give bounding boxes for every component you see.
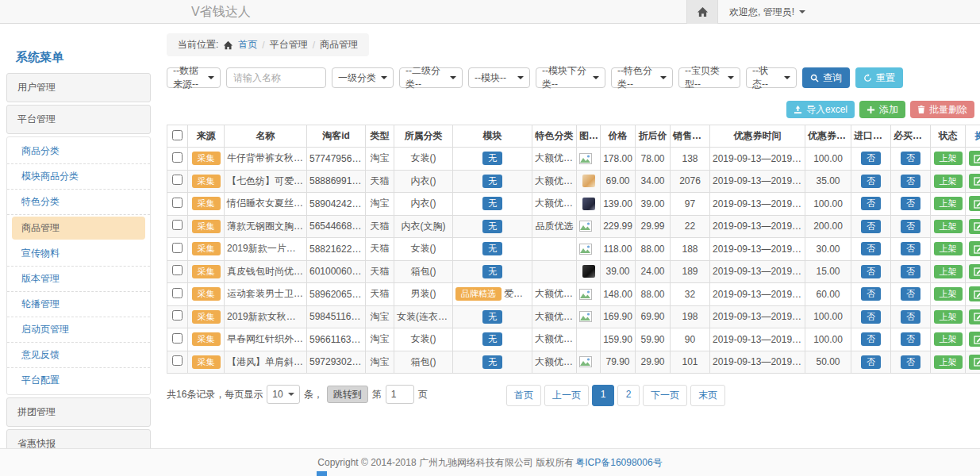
imported-toggle[interactable]: 否 xyxy=(861,265,881,278)
module-badge[interactable]: 无 xyxy=(482,152,502,165)
status-badge[interactable]: 上架 xyxy=(934,152,963,165)
row-checkbox[interactable] xyxy=(172,265,183,275)
sidebar-subitem-1[interactable]: 模块商品分类 xyxy=(7,164,150,190)
sidebar-item-bottom-1[interactable]: 省惠快报 xyxy=(6,429,151,448)
row-checkbox[interactable] xyxy=(172,243,183,253)
module-badge[interactable]: 无 xyxy=(482,332,502,346)
module-badge[interactable]: 无 xyxy=(482,220,502,233)
edit-button[interactable] xyxy=(969,151,980,166)
status-badge[interactable]: 上架 xyxy=(934,197,963,210)
module-badge[interactable]: 无 xyxy=(482,175,502,188)
pager-button-4[interactable]: 下一页 xyxy=(643,385,687,406)
data-source-select[interactable]: --数据来源-- xyxy=(167,67,221,88)
sidebar-subitem-4[interactable]: 宣传物料 xyxy=(7,241,150,267)
must-buy-toggle[interactable]: 否 xyxy=(901,175,920,188)
must-buy-toggle[interactable]: 否 xyxy=(901,265,920,278)
status-badge[interactable]: 上架 xyxy=(934,287,963,301)
pager-button-5[interactable]: 末页 xyxy=(690,385,725,406)
sidebar-subitem-7[interactable]: 启动页管理 xyxy=(7,317,150,343)
sidebar-item-top-1[interactable]: 平台管理 xyxy=(6,105,151,134)
must-buy-toggle[interactable]: 否 xyxy=(901,197,920,210)
status-badge[interactable]: 上架 xyxy=(934,175,963,188)
reset-button[interactable]: 重置 xyxy=(855,67,903,88)
row-checkbox[interactable] xyxy=(172,333,183,344)
must-buy-toggle[interactable]: 否 xyxy=(901,220,920,233)
module-badge[interactable]: 无 xyxy=(482,197,502,210)
status-badge[interactable]: 上架 xyxy=(934,355,963,369)
status-badge[interactable]: 上架 xyxy=(934,332,963,346)
name-search-input[interactable] xyxy=(226,67,326,88)
module-select[interactable]: --模块-- xyxy=(468,67,530,88)
edit-button[interactable] xyxy=(969,355,980,370)
row-checkbox[interactable] xyxy=(172,198,183,208)
home-nav-button[interactable] xyxy=(686,0,718,24)
must-buy-toggle[interactable]: 否 xyxy=(901,332,920,346)
jump-button[interactable]: 跳转到 xyxy=(327,386,368,403)
sidebar-subitem-9[interactable]: 平台配置 xyxy=(7,368,150,393)
sidebar-subitem-6[interactable]: 轮播管理 xyxy=(7,292,150,317)
pager-button-1[interactable]: 上一页 xyxy=(544,385,589,406)
status-badge[interactable]: 上架 xyxy=(934,220,963,233)
status-badge[interactable]: 上架 xyxy=(934,242,963,255)
imported-toggle[interactable]: 否 xyxy=(861,332,881,346)
category1-select[interactable]: 一级分类 xyxy=(332,67,394,88)
status-badge[interactable]: 上架 xyxy=(934,265,963,278)
sidebar-item-bottom-0[interactable]: 拼团管理 xyxy=(6,397,151,427)
imported-toggle[interactable]: 否 xyxy=(861,310,881,324)
pager-button-3[interactable]: 2 xyxy=(617,385,640,406)
must-buy-toggle[interactable]: 否 xyxy=(901,287,920,301)
module-badge[interactable]: 无 xyxy=(482,242,502,255)
module-badge[interactable]: 无 xyxy=(482,355,502,369)
imported-toggle[interactable]: 否 xyxy=(861,152,881,165)
sidebar-subitem-0[interactable]: 商品分类 xyxy=(7,139,150,164)
select-all-checkbox[interactable] xyxy=(172,130,183,140)
must-buy-toggle[interactable]: 否 xyxy=(901,355,920,369)
row-checkbox[interactable] xyxy=(172,288,183,298)
per-page-select[interactable]: 10 xyxy=(267,385,299,404)
row-checkbox[interactable] xyxy=(172,152,183,163)
batch-delete-button[interactable]: 批量删除 xyxy=(910,101,974,118)
module-sub-select[interactable]: --模块下分类-- xyxy=(536,67,605,88)
edit-button[interactable] xyxy=(969,309,980,324)
category2-select[interactable]: --二级分类-- xyxy=(399,67,463,88)
sidebar-subitem-3[interactable]: 商品管理 xyxy=(12,217,145,240)
page-number-input[interactable] xyxy=(386,385,414,404)
status-select[interactable]: --状态-- xyxy=(746,67,797,88)
sidebar-item-top-0[interactable]: 用户管理 xyxy=(6,73,151,102)
imported-toggle[interactable]: 否 xyxy=(861,287,881,301)
edit-button[interactable] xyxy=(969,241,980,256)
row-checkbox[interactable] xyxy=(172,175,183,185)
edit-button[interactable] xyxy=(969,264,980,279)
edit-button[interactable] xyxy=(969,174,980,189)
row-checkbox[interactable] xyxy=(172,220,183,230)
edit-button[interactable] xyxy=(969,286,980,301)
sidebar-subitem-8[interactable]: 意见反馈 xyxy=(7,343,150,368)
add-button[interactable]: 添加 xyxy=(859,101,905,118)
status-badge[interactable]: 上架 xyxy=(934,310,963,324)
search-button[interactable]: 查询 xyxy=(802,67,850,88)
imported-toggle[interactable]: 否 xyxy=(861,175,881,188)
pager-button-2[interactable]: 1 xyxy=(592,385,614,406)
edit-button[interactable] xyxy=(969,332,980,347)
edit-button[interactable] xyxy=(969,219,980,234)
imported-toggle[interactable]: 否 xyxy=(861,242,881,255)
sidebar-subitem-2[interactable]: 特色分类 xyxy=(7,190,150,215)
edit-button[interactable] xyxy=(969,196,980,211)
sidebar-subitem-5[interactable]: 版本管理 xyxy=(7,267,150,292)
user-menu[interactable]: 欢迎您, 管理员! xyxy=(718,0,805,24)
row-checkbox[interactable] xyxy=(172,355,183,366)
pager-button-0[interactable]: 首页 xyxy=(506,385,541,406)
imported-toggle[interactable]: 否 xyxy=(861,355,881,369)
imported-toggle[interactable]: 否 xyxy=(861,197,881,210)
breadcrumb-home-link[interactable]: 首页 xyxy=(238,38,257,52)
must-buy-toggle[interactable]: 否 xyxy=(901,310,920,324)
row-checkbox[interactable] xyxy=(172,310,183,321)
feature-select[interactable]: --特色分类-- xyxy=(611,67,673,88)
imported-toggle[interactable]: 否 xyxy=(861,220,881,233)
item-type-select[interactable]: --宝贝类型-- xyxy=(678,67,740,88)
import-excel-button[interactable]: 导入excel xyxy=(786,101,855,118)
module-badge[interactable]: 品牌精选 xyxy=(455,287,502,301)
icp-link[interactable]: 粤ICP备16098006号 xyxy=(575,456,662,470)
must-buy-toggle[interactable]: 否 xyxy=(901,152,920,165)
module-badge[interactable]: 无 xyxy=(482,265,502,278)
